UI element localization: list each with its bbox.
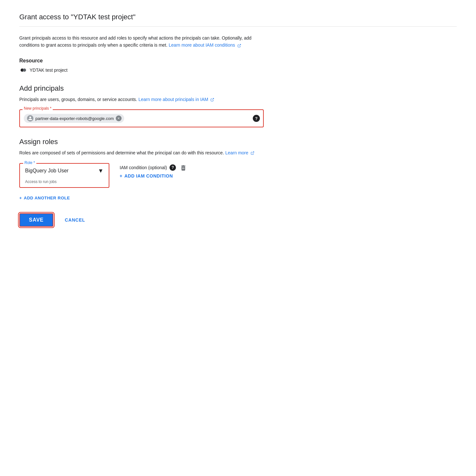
delete-role-icon[interactable] xyxy=(180,164,187,173)
page-title: Grant access to "YDTAK test project" xyxy=(19,13,457,27)
cancel-button[interactable]: CANCEL xyxy=(59,214,92,226)
new-principals-label: New principals * xyxy=(23,106,53,111)
svg-line-0 xyxy=(239,44,241,46)
svg-line-4 xyxy=(252,152,254,154)
role-select[interactable]: BigQuery Job User ▼ xyxy=(20,164,109,178)
iam-condition-header: IAM condition (optional) ? xyxy=(120,164,176,171)
new-principals-field: New principals * partner-data-exporter-r… xyxy=(19,109,264,127)
learn-more-iam-conditions-link[interactable]: Learn more about IAM conditions xyxy=(169,42,241,48)
page-description: Grant principals access to this resource… xyxy=(19,34,264,49)
assign-roles-title: Assign roles xyxy=(19,138,457,146)
role-label: Role * xyxy=(23,160,36,165)
principals-external-link-icon xyxy=(210,98,214,102)
action-buttons: SAVE CANCEL xyxy=(19,213,457,227)
svg-point-2 xyxy=(23,69,26,72)
add-another-role-label: ADD ANOTHER ROLE xyxy=(24,196,70,200)
dropdown-arrow-icon: ▼ xyxy=(98,168,104,174)
principals-description: Principals are users, groups, domains, o… xyxy=(19,96,264,103)
principals-help-icon[interactable]: ? xyxy=(253,115,260,122)
resource-name: YDTAK test project xyxy=(30,68,68,73)
assign-roles-section: Assign roles Roles are composed of sets … xyxy=(19,138,457,203)
add-iam-condition-plus: + xyxy=(120,173,123,178)
role-select-value: BigQuery Job User xyxy=(25,168,98,174)
resource-project-icon xyxy=(19,66,27,74)
add-principals-title: Add principals xyxy=(19,84,457,93)
learn-more-principals-link[interactable]: Learn more about principals in IAM xyxy=(138,97,214,102)
svg-line-3 xyxy=(212,98,214,100)
iam-condition-block: IAM condition (optional) ? + ADD IAM CON… xyxy=(120,163,176,178)
new-principals-input-wrapper[interactable]: partner-data-exporter-robots@google.com … xyxy=(19,109,264,127)
add-another-role-button[interactable]: + ADD ANOTHER ROLE xyxy=(19,193,70,203)
add-iam-condition-label: ADD IAM CONDITION xyxy=(124,173,173,178)
role-field: Role * BigQuery Job User ▼ Access to run… xyxy=(19,163,109,188)
add-another-role-plus: + xyxy=(19,196,22,200)
iam-condition-area: IAM condition (optional) ? + ADD IAM CON… xyxy=(120,163,187,178)
role-hint: Access to run jobs xyxy=(20,178,109,187)
add-iam-condition-button[interactable]: + ADD IAM CONDITION xyxy=(120,173,176,178)
external-link-icon xyxy=(237,44,241,48)
resource-section: Resource YDTAK test project xyxy=(19,58,457,74)
resource-item: YDTAK test project xyxy=(19,66,457,74)
roles-description: Roles are composed of sets of permission… xyxy=(19,149,264,156)
learn-more-roles-link[interactable]: Learn more xyxy=(225,150,254,155)
save-button[interactable]: SAVE xyxy=(19,213,53,227)
chip-avatar xyxy=(27,115,33,122)
principal-chip: partner-data-exporter-robots@google.com … xyxy=(24,114,124,123)
role-row: Role * BigQuery Job User ▼ Access to run… xyxy=(19,163,457,188)
chip-email: partner-data-exporter-robots@google.com xyxy=(35,116,114,121)
add-principals-section: Add principals Principals are users, gro… xyxy=(19,84,457,127)
roles-external-link-icon xyxy=(251,151,254,155)
chip-close-icon[interactable]: × xyxy=(116,115,122,121)
iam-condition-label: IAM condition (optional) xyxy=(120,165,167,170)
resource-section-title: Resource xyxy=(19,58,457,64)
iam-condition-help-icon[interactable]: ? xyxy=(169,164,176,171)
